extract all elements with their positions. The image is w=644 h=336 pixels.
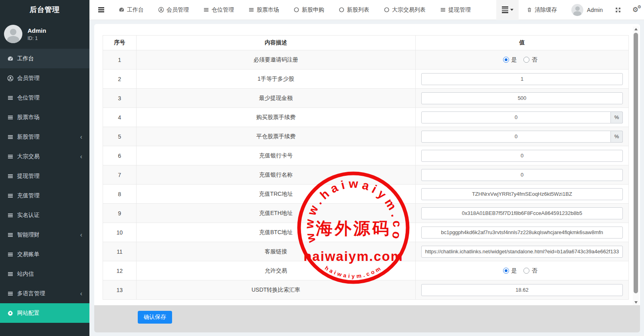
top-menu: 工作台会员管理仓位管理股票市场新股申购新股列表大宗交易列表提现管理 [111,0,478,20]
chevron-left-icon: ‹ [80,232,82,238]
value-input[interactable] [421,227,623,239]
percent-input-group: % [421,131,623,143]
settings-button[interactable]: ⚙⚙ [627,6,644,13]
top-navbar: 工作台会员管理仓位管理股票市场新股申购新股列表大宗交易列表提现管理 清除缓存 [89,0,644,20]
scrollbar-thumb[interactable] [634,33,638,293]
user-icon [7,75,14,82]
sidebar-item-交易账单[interactable]: 交易账单 [0,245,89,264]
value-input[interactable] [421,207,623,219]
sidebar-item-label: 会员管理 [17,75,40,82]
sidebar-item-站内信[interactable]: 站内信 [0,264,89,284]
fullscreen-button[interactable] [609,7,627,13]
sidebar-item-label: 大宗交易 [17,153,40,160]
clear-cache-button[interactable]: 清除缓存 [519,6,565,14]
save-button[interactable]: 确认保存 [138,311,172,324]
radio-selected[interactable] [503,268,509,274]
sidebar-item-智能理财[interactable]: 智能理财‹ [0,225,89,245]
sidebar: 后台管理 Admin ID: 1 工作台会员管理仓位管理股票市场新股管理‹大宗交… [0,0,89,336]
row-value-cell [416,70,628,88]
sidebar-item-仓位管理[interactable]: 仓位管理 [0,88,89,107]
list-icon [7,193,14,199]
topnav-item-仓位管理[interactable]: 仓位管理 [196,0,241,20]
sidebar-item-充值管理[interactable]: 充值管理 [0,186,89,205]
circle-icon [293,7,299,13]
value-input[interactable] [421,131,611,143]
admin-avatar [571,4,583,16]
sidebar-item-label: 站内信 [17,270,34,278]
sidebar-item-股票市场[interactable]: 股票市场 [0,107,89,127]
list-icon [7,153,14,160]
row-value-cell [416,185,628,203]
topnav-item-股票市场[interactable]: 股票市场 [241,0,286,20]
row-value-cell: 是否 [416,261,628,280]
table-row: 12允许交易是否 [103,261,629,280]
list-icon [7,95,14,101]
settings-table: 序号 内容描述 值 1必须要邀请码注册是否21手等于多少股3最少提现金额4购买股… [103,35,629,300]
table-row: 5平仓股票手续费% [103,127,629,146]
topnav-item-工作台[interactable]: 工作台 [111,0,151,20]
sidebar-item-会员管理[interactable]: 会员管理 [0,68,89,88]
chevron-left-icon: ‹ [80,134,82,140]
table-header-row: 序号 内容描述 值 [103,35,629,50]
value-input[interactable] [421,111,611,123]
sidebar-item-提现管理[interactable]: 提现管理 [0,166,89,186]
user-name: Admin [28,27,46,34]
settings-card: 序号 内容描述 值 1必须要邀请码注册是否21手等于多少股3最少提现金额4购买股… [94,24,640,332]
sidebar-item-多语言管理[interactable]: 多语言管理‹ [0,284,89,303]
value-input[interactable] [421,284,623,296]
sidebar-item-label: 工作台 [17,55,34,62]
topnav-item-label: 大宗交易列表 [392,6,426,14]
sidebar-item-label: 实名认证 [17,212,40,219]
topnav-item-新股申购[interactable]: 新股申购 [286,0,331,20]
row-number: 13 [103,280,137,299]
value-input[interactable] [421,169,623,181]
sidebar-item-实名认证[interactable]: 实名认证 [0,205,89,225]
scrollbar-down-arrow[interactable] [633,300,639,305]
table-row: 10充值BTC地址 [103,223,629,242]
percent-input-group: % [421,111,623,123]
value-input[interactable] [421,188,623,200]
topnav-item-label: 股票市场 [257,6,279,14]
row-value-cell [416,165,628,184]
radio-unselected[interactable] [523,57,529,63]
menu-dropdown-button[interactable] [496,0,519,20]
chevron-left-icon: ‹ [80,290,82,297]
topnav-item-大宗交易列表[interactable]: 大宗交易列表 [376,0,433,20]
percent-addon: % [611,111,623,123]
row-number: 7 [103,165,137,184]
chevron-left-icon: ‹ [80,153,82,160]
row-number: 11 [103,242,137,261]
value-input[interactable] [421,246,623,258]
value-input[interactable] [421,73,623,85]
topnav-item-label: 新股申购 [302,6,324,14]
topnav-item-新股列表[interactable]: 新股列表 [331,0,376,20]
admin-menu[interactable]: Admin [565,4,609,16]
scrollbar-up-arrow[interactable] [633,26,639,32]
sidebar-item-大宗交易[interactable]: 大宗交易‹ [0,147,89,166]
sidebar-item-label: 充值管理 [17,192,40,199]
sidebar-item-label: 智能理财 [17,231,40,239]
radio-unselected[interactable] [523,268,529,274]
topnav-item-提现管理[interactable]: 提现管理 [433,0,478,20]
row-number: 8 [103,185,137,203]
row-number: 5 [103,127,137,146]
sidebar-item-新股管理[interactable]: 新股管理‹ [0,127,89,147]
sidebar-item-工作台[interactable]: 工作台 [0,49,89,68]
row-description: 平仓股票手续费 [137,127,416,146]
value-input[interactable] [421,92,623,104]
row-description: 客服链接 [137,242,416,261]
scrollbar[interactable] [633,26,639,305]
sidebar-item-网站配置[interactable]: 网站配置 [0,303,89,323]
row-number: 6 [103,146,137,165]
row-value-cell: % [416,108,628,127]
row-value-cell [416,223,628,242]
row-number: 10 [103,223,137,242]
content-area: 序号 内容描述 值 1必须要邀请码注册是否21手等于多少股3最少提现金额4购买股… [89,20,644,336]
sidebar-item-label: 提现管理 [17,173,40,180]
table-row: 6充值银行卡号 [103,146,629,165]
radio-selected[interactable] [503,57,509,63]
topnav-item-会员管理[interactable]: 会员管理 [151,0,196,20]
table-row: 8充值TRC地址 [103,185,629,204]
sidebar-toggle-button[interactable] [89,6,111,13]
value-input[interactable] [421,150,623,162]
